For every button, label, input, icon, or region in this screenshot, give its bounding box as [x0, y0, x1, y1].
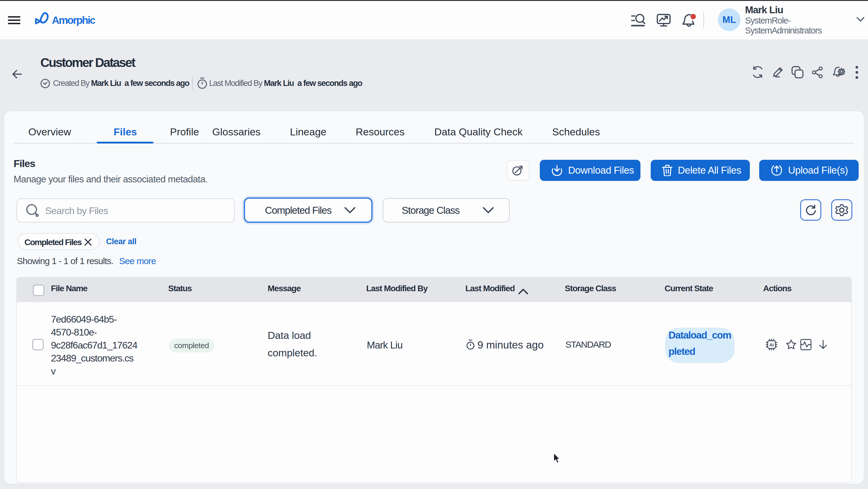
svg-text:AI: AI	[770, 342, 774, 347]
